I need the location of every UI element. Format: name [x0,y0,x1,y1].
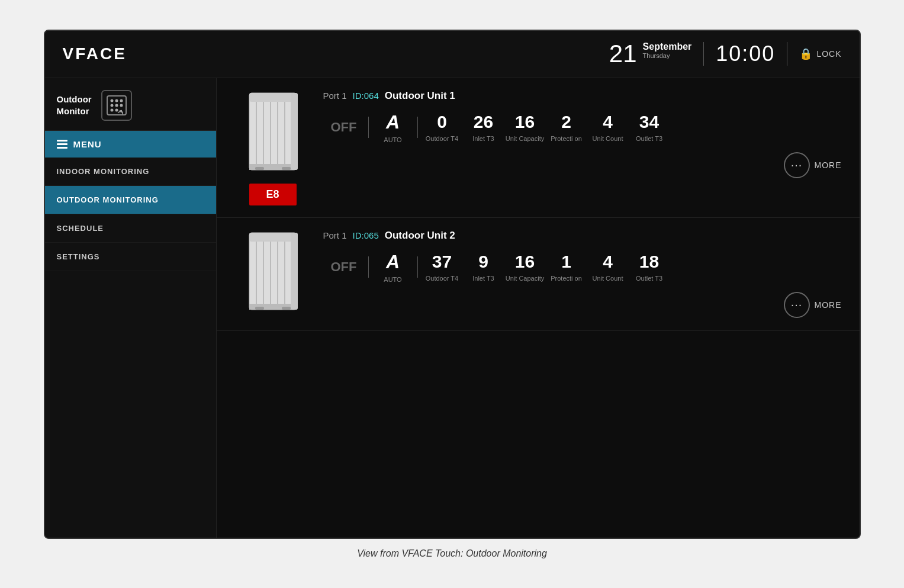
unit-1-protection-lbl: Protecti on [551,134,582,143]
unit-2-stat-inlet-t3: 9 Inlet T3 [463,252,504,282]
svg-rect-18 [255,167,264,170]
unit-2-stat-outdoor-t4: 37 Outdoor T4 [422,252,463,282]
unit-1-more-button[interactable]: ··· [784,152,810,178]
unit-1-header-row: Port 1 ID:064 Outdoor Unit 1 [323,90,842,102]
unit-2-stat-protection: 1 Protecti on [546,252,587,282]
lock-block[interactable]: 🔒 LOCK [799,47,841,60]
more-dots-icon: ··· [791,158,803,172]
unit-1-image-block: E8 [234,90,311,205]
unit-2-outlet-t3-lbl: Outlet T3 [636,274,662,282]
main-screen: VFACE 21 September Thursday 10:00 🔒 LOCK [44,30,861,539]
logo: VFACE [63,44,127,63]
header-divider-2 [787,42,787,66]
unit-1-name: Outdoor Unit 1 [385,90,455,102]
unit-1-stat-unit-capacity: 16 Unit Capacity [504,112,546,143]
unit-2-image-block [234,230,311,319]
header: VFACE 21 September Thursday 10:00 🔒 LOCK [45,31,860,78]
unit-2-inlet-t3-lbl: Inlet T3 [472,274,494,282]
svg-point-8 [115,108,118,111]
screen-wrapper: VFACE 21 September Thursday 10:00 🔒 LOCK [0,30,904,559]
monitor-icon [101,90,132,121]
unit-2-port: Port 1 [323,230,347,240]
header-divider-1 [703,42,704,66]
sidebar: OutdoorMonitor [45,78,217,538]
header-right: 21 September Thursday 10:00 🔒 LOCK [609,41,842,66]
svg-point-3 [120,99,123,102]
sidebar-item-outdoor-monitoring[interactable]: OUTDOOR MONITORING [45,186,216,214]
unit-1-id: ID:064 [353,91,379,101]
unit-1-stat-inlet-t3: 26 Inlet T3 [463,112,504,143]
sidebar-item-settings[interactable]: SETTINGS [45,243,216,271]
unit-2-more-block: ··· MORE [323,292,842,318]
unit-2-outlet-t3-val: 18 [639,252,659,272]
unit-1-stat-outdoor-t4: 0 Outdoor T4 [422,112,463,143]
unit-2-outdoor-t4-val: 37 [432,252,452,272]
caption: View from VFACE Touch: Outdoor Monitorin… [357,548,547,559]
sidebar-monitor-block: OutdoorMonitor [45,78,216,131]
unit-1-inlet-t3-val: 26 [474,112,493,132]
unit-1-stat-status: OFF [323,120,365,135]
svg-point-6 [120,104,123,107]
date-text: September Thursday [643,41,692,59]
svg-rect-30 [255,307,264,310]
sidebar-item-indoor-monitoring[interactable]: INDOOR MONITORING [45,158,216,186]
unit-1-stat-unit-count: 4 Unit Count [587,112,629,143]
unit-2-stat-mode: A AUTO [372,251,414,284]
unit-2-more-button[interactable]: ··· [784,292,810,318]
unit-2-unit-capacity-val: 16 [515,252,535,272]
svg-rect-19 [282,167,291,170]
svg-point-4 [110,104,113,107]
unit-2-stats-row: OFF A AUTO 37 Outdoor T4 [323,251,842,284]
svg-rect-31 [282,307,291,310]
sep1 [368,117,369,138]
unit-2-status-val: OFF [331,259,357,275]
unit-card-2: Port 1 ID:065 Outdoor Unit 2 OFF A AU [217,218,860,331]
unit-1-inlet-t3-lbl: Inlet T3 [472,134,494,143]
unit-2-protection-val: 1 [561,252,571,272]
more-dots-icon-2: ··· [791,298,803,311]
unit-2-mode-lbl: AUTO [384,275,401,284]
unit-1-stats-row: OFF A AUTO 0 Outdoor T4 [323,111,842,144]
unit-2-stat-outlet-t3: 18 Outlet T3 [629,252,670,282]
unit-2-inlet-t3-val: 9 [478,252,488,272]
unit-2-id: ID:065 [353,230,379,240]
svg-point-1 [110,99,113,102]
date-month: September [643,41,692,52]
unit-1-stat-protection: 2 Protecti on [546,112,587,143]
unit-1-unit-count-lbl: Unit Count [593,134,623,143]
unit-1-outlet-t3-val: 34 [639,112,659,132]
unit-1-unit-count-val: 4 [603,112,613,132]
unit-2-mode-val: A [386,251,400,273]
unit-2-name: Outdoor Unit 2 [385,230,455,242]
sidebar-item-schedule[interactable]: SCHEDULE [45,214,216,243]
svg-rect-10 [249,93,297,102]
unit-1-protection-val: 2 [561,112,571,132]
sep2 [417,117,418,138]
main-layout: OutdoorMonitor [45,78,860,538]
date-day: 21 [609,41,637,66]
unit-1-outdoor-t4-val: 0 [437,112,447,132]
unit-2-stat-unit-capacity: 16 Unit Capacity [504,252,546,282]
unit-1-more-block: ··· MORE [323,152,842,178]
sidebar-monitor-label: OutdoorMonitor [57,94,92,117]
date-block: 21 September Thursday [609,41,691,66]
unit-1-port: Port 1 [323,91,347,101]
unit-2-info: Port 1 ID:065 Outdoor Unit 2 OFF A AU [323,230,842,318]
unit-1-mode-val: A [386,111,400,133]
unit-2-unit-count-val: 4 [603,252,613,272]
unit-1-stat-mode: A AUTO [372,111,414,144]
unit-1-status-val: OFF [331,120,357,135]
svg-rect-32 [291,233,298,310]
ac-unit-1-image [240,90,305,179]
unit-1-more-label: MORE [815,160,842,170]
date-weekday: Thursday [643,52,692,59]
time-display: 10:00 [716,41,775,66]
unit-1-info: Port 1 ID:064 Outdoor Unit 1 OFF A AU [323,90,842,178]
svg-point-2 [115,99,118,102]
menu-icon [57,140,67,149]
unit-2-stat-status: OFF [323,259,365,275]
unit-1-unit-capacity-lbl: Unit Capacity [506,134,544,143]
unit-1-outlet-t3-lbl: Outlet T3 [636,134,662,143]
menu-button[interactable]: MENU [45,131,216,158]
unit-2-protection-lbl: Protecti on [551,274,582,282]
